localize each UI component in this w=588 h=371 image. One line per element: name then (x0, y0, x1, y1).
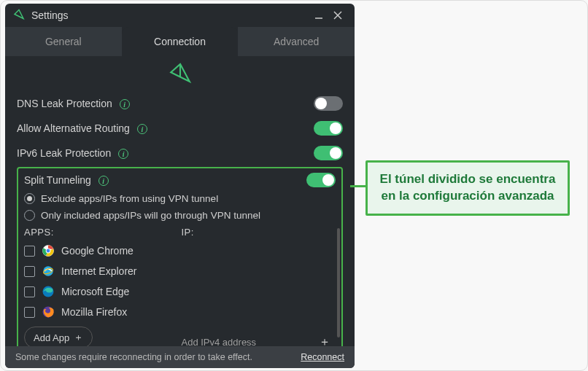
close-button[interactable] (328, 6, 347, 25)
brand-logo-large (17, 60, 343, 91)
split-tunnel-label: Split Tunneling (24, 174, 91, 186)
radio-button-icon (24, 193, 35, 204)
split-tunneling-section: Split Tunneling i Exclude apps/IPs from … (17, 167, 343, 346)
footer-bar: Some changes require reconnecting in ord… (5, 346, 355, 368)
edge-icon (42, 285, 55, 298)
settings-window: Settings General Connection Advanced DNS… (5, 4, 355, 368)
footer-text: Some changes require reconnecting in ord… (15, 352, 252, 362)
checkbox[interactable] (24, 307, 35, 318)
window-title: Settings (31, 9, 309, 21)
add-ip-input[interactable]: Add IPv4 address (182, 337, 257, 347)
apps-header: APPS: (24, 227, 174, 238)
app-label: Internet Explorer (61, 265, 137, 277)
list-item: Microsoft Edge (24, 281, 174, 302)
tab-connection[interactable]: Connection (122, 27, 239, 56)
app-label: Microsoft Edge (61, 286, 129, 297)
list-item: Internet Explorer (24, 261, 174, 281)
add-app-label: Add App (34, 332, 69, 343)
firefox-icon (42, 305, 55, 319)
settings-body: DNS Leak Protection i Allow Alternative … (5, 56, 355, 346)
titlebar: Settings (5, 4, 355, 27)
dns-label: DNS Leak Protection (17, 98, 112, 109)
setting-ipv6: IPv6 Leak Protection i (17, 141, 343, 165)
info-icon[interactable]: i (120, 99, 130, 109)
checkbox[interactable] (24, 246, 35, 257)
setting-dns-leak: DNS Leak Protection i (17, 91, 343, 116)
plus-icon: ＋ (74, 331, 83, 344)
radio-include-label: Only included apps/IPs will go through V… (41, 210, 260, 221)
info-icon[interactable]: i (98, 176, 109, 186)
setting-split-tunnel: Split Tunneling i (24, 173, 336, 190)
add-ip-button[interactable]: ＋ (318, 335, 331, 346)
add-app-button[interactable]: Add App ＋ (24, 327, 93, 346)
radio-include[interactable]: Only included apps/IPs will go through V… (24, 207, 336, 224)
app-logo-icon (12, 9, 26, 22)
info-icon[interactable]: i (118, 149, 128, 159)
svg-point-6 (47, 249, 50, 253)
setting-alt-routing: Allow Alternative Routing i (17, 116, 343, 141)
ipv6-toggle[interactable] (314, 146, 343, 160)
radio-button-icon (24, 210, 35, 221)
info-icon[interactable]: i (137, 124, 147, 134)
tabs: General Connection Advanced (5, 27, 355, 56)
ip-column: IP: Add IPv4 address ＋ (182, 227, 336, 346)
alt-routing-toggle[interactable] (314, 121, 343, 136)
dns-toggle[interactable] (314, 96, 343, 111)
callout-text: El túnel dividido se encuentra en la con… (380, 172, 556, 203)
ie-icon (42, 265, 55, 278)
alt-routing-label: Allow Alternative Routing (17, 122, 130, 134)
ipv6-label: IPv6 Leak Protection (17, 147, 111, 159)
scrollbar[interactable] (337, 228, 340, 337)
minimize-button[interactable] (309, 6, 328, 25)
radio-exclude-label: Exclude apps/IPs from using VPN tunnel (41, 193, 218, 204)
tab-general[interactable]: General (5, 27, 122, 56)
ip-header: IP: (182, 227, 332, 238)
chrome-icon (42, 244, 55, 257)
callout-box: El túnel dividido se encuentra en la con… (365, 160, 570, 216)
checkbox[interactable] (24, 286, 35, 297)
tab-advanced[interactable]: Advanced (238, 27, 355, 56)
app-label: Google Chrome (61, 245, 134, 257)
reconnect-link[interactable]: Reconnect (301, 352, 344, 362)
app-label: Mozilla Firefox (61, 306, 127, 318)
checkbox[interactable] (24, 266, 35, 277)
list-item: Mozilla Firefox (24, 302, 174, 322)
split-tunnel-toggle[interactable] (306, 173, 336, 187)
list-item: Google Chrome (24, 241, 174, 261)
apps-column: APPS: Google Chrome Internet Expl (24, 227, 174, 346)
radio-exclude[interactable]: Exclude apps/IPs from using VPN tunnel (24, 190, 336, 207)
